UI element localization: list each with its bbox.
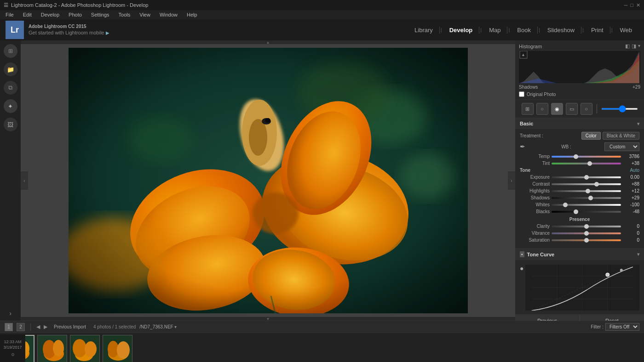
blacks-thumb[interactable] — [574, 209, 578, 214]
minimize-btn[interactable]: ─ — [624, 2, 628, 8]
menu-photo[interactable]: Photo — [67, 12, 84, 17]
treatment-buttons: Color Black & White — [581, 132, 639, 140]
tint-track[interactable] — [552, 163, 621, 164]
status-icon[interactable]: ⚙ — [11, 352, 15, 357]
heal-tool[interactable]: ○ — [536, 103, 548, 115]
saturation-track[interactable] — [552, 239, 621, 241]
filename-dropdown[interactable]: ▾ — [174, 324, 177, 329]
reset-btn[interactable]: Reset — [580, 315, 644, 321]
shadows-track[interactable] — [552, 197, 621, 199]
print-icon[interactable]: 🖼 — [4, 118, 17, 131]
navigator-icon[interactable]: ⊞ — [4, 44, 17, 58]
catalog-icon[interactable]: 📁 — [4, 62, 17, 76]
menu-settings[interactable]: Settings — [89, 12, 111, 17]
tone-curve-collapse-btn[interactable]: ▪ — [520, 251, 524, 257]
radial-tool[interactable]: ○ — [581, 103, 592, 115]
previous-btn[interactable]: Previous — [515, 315, 580, 321]
basic-section-content: Treatment : Color Black & White ✒ WB : C… — [515, 129, 644, 248]
menu-tools[interactable]: Tools — [117, 12, 132, 17]
menu-help[interactable]: Help — [185, 12, 199, 17]
temp-track[interactable] — [552, 156, 621, 158]
nav-slideshow[interactable]: Slideshow — [541, 27, 581, 34]
lr-logo: Lr — [6, 21, 24, 39]
tone-curve-header[interactable]: ▪ Tone Curve ▾ — [515, 249, 644, 260]
temp-slider-row: Temp 3786 — [520, 154, 639, 159]
menu-edit[interactable]: Edit — [21, 12, 34, 17]
vibrance-slider-row: Vibrance 0 — [520, 231, 639, 236]
svg-point-33 — [620, 269, 623, 272]
highlights-thumb[interactable] — [586, 189, 590, 193]
temp-thumb[interactable] — [574, 154, 578, 159]
vibrance-label: Vibrance — [520, 231, 550, 236]
shadows-thumb[interactable] — [588, 196, 593, 200]
basic-section-header[interactable]: Basic ▾ — [515, 118, 644, 129]
tone-auto[interactable]: Auto — [630, 168, 639, 173]
bw-btn[interactable]: Black & White — [603, 132, 639, 140]
nav-book[interactable]: Book — [511, 27, 538, 34]
top-panel-toggle[interactable]: ▲ — [21, 40, 515, 44]
redeye-tool[interactable]: ◉ — [551, 103, 563, 115]
highlights-track[interactable] — [552, 190, 621, 192]
filmstrip-thumb-2[interactable] — [37, 335, 67, 362]
whites-thumb[interactable] — [563, 203, 568, 207]
left-panel-toggle[interactable]: ‹ — [21, 171, 28, 190]
maximize-btn[interactable]: □ — [630, 2, 633, 8]
contrast-track[interactable] — [552, 183, 621, 185]
saturation-thumb[interactable] — [584, 238, 589, 243]
window-controls: ─ □ ✕ — [624, 2, 640, 8]
histogram-clipping-highlights[interactable]: ◨ — [632, 43, 636, 49]
nav-map[interactable]: Map — [483, 27, 507, 34]
histogram-chevron[interactable]: ▾ — [638, 43, 640, 49]
filter-select[interactable]: Filters Off Flagged Rejected Rated — [605, 323, 639, 331]
graduated-tool[interactable]: ▭ — [566, 103, 578, 115]
temp-value: 3786 — [623, 154, 639, 159]
basic-label: Basic — [520, 121, 533, 126]
expand-left-arrow[interactable]: › — [9, 310, 12, 317]
whites-slider-row: Whites -100 — [520, 202, 639, 207]
nav-library[interactable]: Library — [408, 27, 440, 34]
arrow-left-btn[interactable]: ◀ — [36, 324, 40, 330]
bottom-area: 1 2 ◀ ▶ Previous Import 4 photos / 1 sel… — [0, 321, 644, 362]
right-panel: Histogram ◧ ◨ ▾ — [515, 40, 644, 321]
histogram-clipping-shadows[interactable]: ◧ — [625, 43, 630, 49]
crop-tool[interactable]: ⊞ — [522, 103, 534, 115]
vibrance-thumb[interactable] — [584, 231, 589, 236]
mobile-arrow[interactable]: ▶ — [106, 30, 109, 36]
develop-icon[interactable]: ✦ — [4, 99, 17, 113]
left-panel: ⊞ 📁 ⧉ ✦ 🖼 › — [0, 40, 21, 321]
whites-track[interactable] — [552, 204, 621, 206]
wb-select[interactable]: Custom As Shot Auto Daylight Cloudy Shad… — [604, 142, 639, 151]
blacks-track[interactable] — [552, 211, 621, 213]
status-date: 3/19/2017 — [3, 345, 22, 350]
contrast-thumb[interactable] — [594, 182, 599, 187]
layers-icon[interactable]: ⧉ — [4, 81, 17, 95]
top-nav: Lr Adobe Lightroom CC 2015 Get started w… — [0, 19, 644, 40]
filmstrip-thumb-3[interactable] — [70, 335, 100, 362]
nav-develop[interactable]: Develop — [443, 27, 480, 34]
menu-view[interactable]: View — [138, 12, 152, 17]
menu-window[interactable]: Window — [158, 12, 179, 17]
tone-curve-label: Tone Curve — [527, 252, 555, 257]
view-single-btn[interactable]: 1 — [5, 323, 13, 331]
vibrance-track[interactable] — [552, 232, 621, 234]
tint-thumb[interactable] — [587, 161, 592, 166]
nav-print[interactable]: Print — [585, 27, 610, 34]
exposure-thumb[interactable] — [584, 175, 589, 180]
clarity-thumb[interactable] — [584, 224, 589, 229]
eyedropper-icon[interactable]: ✒ — [520, 143, 528, 151]
menu-file[interactable]: File — [4, 12, 16, 17]
arrow-right-btn[interactable]: ▶ — [44, 324, 47, 330]
nav-web[interactable]: Web — [614, 27, 639, 34]
clarity-track[interactable] — [552, 226, 621, 227]
tool-slider[interactable] — [601, 108, 638, 110]
color-btn[interactable]: Color — [581, 132, 601, 140]
right-panel-toggle[interactable]: › — [508, 171, 515, 190]
close-btn[interactable]: ✕ — [636, 2, 640, 8]
exposure-track[interactable] — [552, 176, 621, 178]
tone-curve-dot[interactable]: ● — [520, 265, 523, 272]
view-compare-btn[interactable]: 2 — [17, 323, 25, 331]
menu-develop[interactable]: Develop — [39, 12, 61, 17]
bottom-panel-toggle[interactable]: ▼ — [21, 317, 515, 321]
original-photo-checkbox[interactable] — [519, 91, 524, 97]
filmstrip-thumb-4[interactable] — [103, 335, 132, 362]
